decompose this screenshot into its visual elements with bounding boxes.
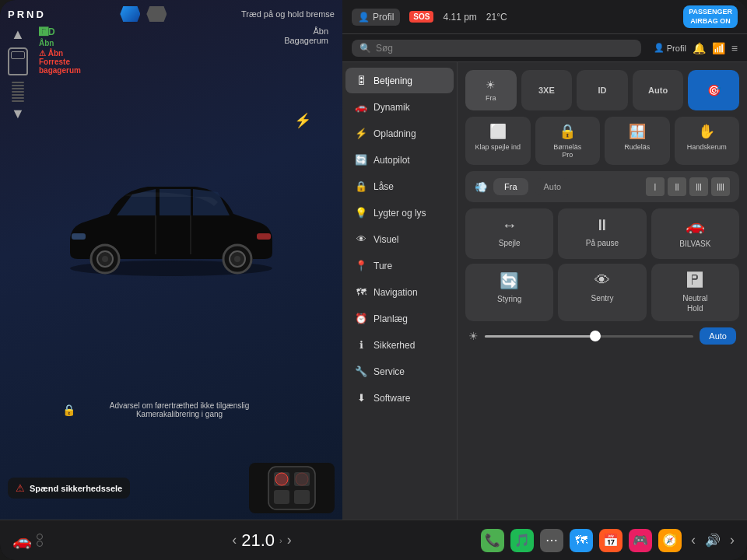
nav-item-autopilot[interactable]: 🔄 Autopilot xyxy=(345,147,454,173)
rudelas-label: Rudeläs xyxy=(624,143,650,151)
bluetooth-icon[interactable]: 📶 xyxy=(712,42,725,54)
side-dots xyxy=(12,82,24,102)
fan-speed-2[interactable]: || xyxy=(668,177,686,196)
app-map[interactable]: 🗺 xyxy=(570,529,593,552)
spejle-label: Spejle xyxy=(499,238,521,248)
fan-speed-4[interactable]: |||| xyxy=(711,177,730,196)
bornelas-label: BørneläsPro xyxy=(553,143,581,159)
app-dots[interactable]: ⋯ xyxy=(540,529,563,552)
volume-left-btn[interactable]: ‹ xyxy=(691,532,696,548)
pause-icon: ⏸ xyxy=(594,216,610,234)
klap-spejle-label: Klap spejle ind xyxy=(475,143,521,151)
fan-speed-3[interactable]: ||| xyxy=(689,177,708,196)
nav-item-service[interactable]: 🔧 Service xyxy=(345,359,454,384)
down-arrow-btn[interactable]: ▼ xyxy=(11,106,25,122)
auto-brightness-btn[interactable]: Auto xyxy=(700,327,736,345)
warning-messages: 🔒 Advarsel om førertræthed ikke tilgænsl… xyxy=(62,401,280,421)
nav-item-dynamik[interactable]: 🚗 Dynamik xyxy=(345,94,454,120)
camera-dots xyxy=(37,534,43,547)
sos-badge[interactable]: SOS xyxy=(409,11,433,23)
climate-id-btn[interactable]: ID xyxy=(577,70,628,110)
prnd-display: PRND xyxy=(8,9,46,20)
climate-3x-btn[interactable]: 3XE xyxy=(521,70,573,110)
car-outline-icon xyxy=(8,47,28,75)
autopilot-icon: 🔄 xyxy=(355,154,367,166)
climate-fra-btn[interactable]: ☀ Fra xyxy=(465,70,517,110)
opladning-icon: ⚡ xyxy=(355,128,367,139)
brightness-row: ☀ Auto xyxy=(465,327,739,345)
sikkerhed-icon: ℹ xyxy=(355,339,367,351)
nav-item-navigation[interactable]: 🗺 Navigation xyxy=(345,279,454,305)
fan-speed-1[interactable]: | xyxy=(646,177,665,196)
app-calendar[interactable]: 📅 xyxy=(599,529,622,552)
spejle-btn[interactable]: ↔ Spejle xyxy=(465,208,553,259)
auto-icon: Auto xyxy=(648,86,668,95)
taskbar-right: 📞 🎵 ⋯ 🗺 📅 🎮 🧭 ‹ 🔊 › xyxy=(481,529,735,552)
climate-auto-btn[interactable]: Auto xyxy=(633,70,684,110)
paa-pause-label: På pause xyxy=(586,238,619,248)
nav-item-laase[interactable]: 🔒 Låse xyxy=(345,173,454,199)
app-nav[interactable]: 🧭 xyxy=(658,529,682,552)
nav-item-opladning[interactable]: ⚡ Opladning xyxy=(345,121,454,146)
up-arrow-btn[interactable]: ▲ xyxy=(11,26,25,43)
sentry-btn[interactable]: 👁 Sentry xyxy=(558,264,646,321)
temp-left-arrow[interactable]: ‹ xyxy=(232,532,237,548)
car-home-icon[interactable]: 🚗 xyxy=(12,531,32,550)
neutral-hold-btn[interactable]: 🅿 NeutralHold xyxy=(651,264,739,321)
fan-auto-btn[interactable]: Auto xyxy=(535,178,571,195)
bottom-left-area: ⚠ Spænd sikkerhedssele xyxy=(8,460,335,513)
styring-btn[interactable]: 🔄 Styring xyxy=(465,264,553,321)
lygter-icon: 💡 xyxy=(355,207,367,219)
temperature-value: 21.0 xyxy=(241,530,275,551)
bornelas-btn[interactable]: 🔒 BørneläsPro xyxy=(535,117,601,165)
temp-right-arrow[interactable]: › xyxy=(287,532,292,548)
climate-active-btn[interactable]: 🎯 xyxy=(688,70,739,110)
3x-icon: 3XE xyxy=(538,86,555,95)
search-bar: 🔍 Søg 👤 Profil 🔔 📶 ≡ xyxy=(342,34,747,62)
window-lock-icon: 🪟 xyxy=(629,123,646,140)
profile-icon-row[interactable]: 👤 Profil xyxy=(654,43,686,53)
laase-icon: 🔒 xyxy=(355,180,367,192)
nav-label-sikkerhed: Sikkerhed xyxy=(374,340,415,351)
car-status-left: 🅿D Åbn ⚠ ÅbnForrestebagagerum xyxy=(39,26,81,75)
temp-degree: › xyxy=(279,536,282,545)
search-placeholder: Søg xyxy=(376,43,393,54)
paa-pause-btn[interactable]: ⏸ På pause xyxy=(558,208,646,259)
settings-content: 🎛 Betjening 🚗 Dynamik ⚡ Opladning 🔄 Auto… xyxy=(342,62,747,520)
svg-rect-3 xyxy=(72,233,86,240)
nav-item-lygter[interactable]: 💡 Lygter og lys xyxy=(345,200,454,226)
volume-right-btn[interactable]: › xyxy=(730,532,735,548)
rudelas-btn[interactable]: 🪟 Rudeläs xyxy=(605,117,670,165)
passenger-badge: PASSENGERAIRBAG ON xyxy=(683,5,738,28)
profile-button[interactable]: 👤 Profil xyxy=(352,9,400,26)
right-panel: 👤 Profil SOS 4.11 pm 21°C PASSENGERAIRBA… xyxy=(342,0,747,520)
screen: PRND Træd på og hold bremse ▲ xyxy=(0,0,747,560)
bilvask-btn[interactable]: 🚗 BILVASK xyxy=(651,208,739,259)
handskerum-btn[interactable]: ✋ Handskerum xyxy=(675,117,740,165)
volume-icon[interactable]: 🔊 xyxy=(705,533,721,548)
nav-item-software[interactable]: ⬇ Software xyxy=(345,385,454,411)
nav-item-betjening[interactable]: 🎛 Betjening xyxy=(345,68,454,93)
time-display: 4.11 pm xyxy=(443,12,476,23)
app-phone[interactable]: 📞 xyxy=(481,529,504,552)
nav-item-sikkerhed[interactable]: ℹ Sikkerhed xyxy=(345,332,454,358)
side-controls: ▲ ▼ xyxy=(8,26,28,122)
brightness-slider[interactable] xyxy=(485,335,693,338)
notification-icon[interactable]: 🔔 xyxy=(693,42,706,54)
child-lock-icon: 🔒 xyxy=(559,123,576,140)
klap-spejle-btn[interactable]: ⬜ Klap spejle ind xyxy=(465,117,531,165)
neutral-icon: 🅿 xyxy=(687,271,703,289)
app-spotify[interactable]: 🎵 xyxy=(510,529,534,552)
icon-buttons-row: ⬜ Klap spejle ind 🔒 BørneläsPro 🪟 Rudelä… xyxy=(465,117,739,165)
app-game[interactable]: 🎮 xyxy=(629,529,652,552)
nav-item-visuel[interactable]: 👁 Visuel xyxy=(345,226,454,252)
nav-item-ture[interactable]: 📍 Ture xyxy=(345,253,454,278)
software-icon: ⬇ xyxy=(355,392,367,404)
fan-icon: 💨 xyxy=(475,181,487,193)
nav-item-planlaeg[interactable]: ⏰ Planlæg xyxy=(345,306,454,331)
wifi-icon[interactable]: ≡ xyxy=(731,42,738,54)
climate-controls-grid: ☀ Fra 3XE ID Auto 🎯 xyxy=(465,70,739,110)
fan-fra-btn[interactable]: Fra xyxy=(493,178,528,195)
search-icon: 🔍 xyxy=(359,43,371,54)
search-input-container[interactable]: 🔍 Søg xyxy=(352,40,641,57)
